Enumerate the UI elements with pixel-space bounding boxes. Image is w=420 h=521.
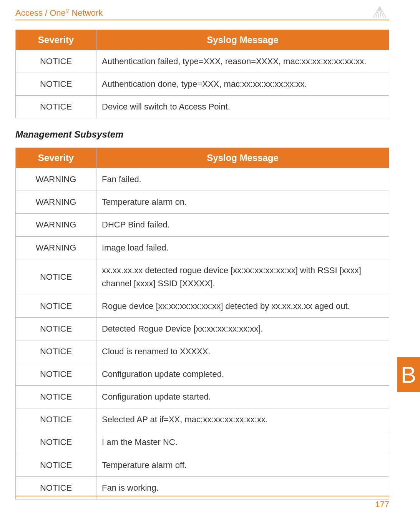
table-row: NOTICEConfiguration update started.	[16, 386, 389, 408]
message-cell: DHCP Bind failed.	[96, 214, 389, 236]
message-cell: Cloud is renamed to XXXXX.	[96, 340, 389, 363]
page-number: 177	[375, 499, 389, 509]
table-row: WARNINGDHCP Bind failed.	[16, 214, 389, 236]
message-cell: Configuration update started.	[96, 386, 389, 408]
table-row: NOTICEDevice will switch to Access Point…	[16, 96, 389, 118]
page-header: Access / One® Network	[15, 5, 389, 20]
severity-cell: NOTICE	[16, 50, 96, 73]
syslog-table-2: Severity Syslog Message WARNINGFan faile…	[15, 148, 389, 499]
severity-cell: NOTICE	[16, 96, 96, 118]
message-cell: I am the Master NC.	[96, 431, 389, 454]
message-cell: Configuration update completed.	[96, 363, 389, 386]
severity-cell: NOTICE	[16, 340, 96, 363]
header-suffix: Network	[69, 8, 103, 18]
table-row: NOTICECloud is renamed to XXXXX.	[16, 340, 389, 363]
table-row: NOTICExx.xx.xx.xx detected rogue device …	[16, 259, 389, 295]
severity-cell: NOTICE	[16, 363, 96, 386]
col-message: Syslog Message	[96, 30, 389, 50]
severity-cell: NOTICE	[16, 317, 96, 340]
header-reg: ®	[66, 8, 70, 14]
col-message: Syslog Message	[96, 148, 389, 168]
table-row: NOTICEAuthentication failed, type=XXX, r…	[16, 50, 389, 73]
table-row: NOTICESelected AP at if=XX, mac:xx:xx:xx…	[16, 408, 389, 431]
table-row: NOTICETemperature alarm off.	[16, 454, 389, 476]
message-cell: Device will switch to Access Point.	[96, 96, 389, 118]
message-cell: Authentication failed, type=XXX, reason=…	[96, 50, 389, 73]
table-row: NOTICEI am the Master NC.	[16, 431, 389, 454]
table-row: NOTICEDetected Rogue Device [xx:xx:xx:xx…	[16, 317, 389, 340]
severity-cell: NOTICE	[16, 454, 96, 476]
table-row: NOTICERogue device [xx:xx:xx:xx:xx:xx] d…	[16, 295, 389, 317]
message-cell: Fan failed.	[96, 168, 389, 191]
table-row: WARNINGImage load failed.	[16, 236, 389, 259]
message-cell: Temperature alarm on.	[96, 191, 389, 214]
severity-cell: NOTICE	[16, 259, 96, 295]
message-cell: Selected AP at if=XX, mac:xx:xx:xx:xx:xx…	[96, 408, 389, 431]
appendix-tab: B	[397, 357, 420, 392]
severity-cell: NOTICE	[16, 386, 96, 408]
section-heading: Management Subsystem	[15, 129, 389, 140]
message-cell: Image load failed.	[96, 236, 389, 259]
table-row: WARNINGFan failed.	[16, 168, 389, 191]
table-row: WARNINGTemperature alarm on.	[16, 191, 389, 214]
message-cell: Detected Rogue Device [xx:xx:xx:xx:xx:xx…	[96, 317, 389, 340]
severity-cell: NOTICE	[16, 431, 96, 454]
signal-icon	[370, 5, 389, 18]
message-cell: xx.xx.xx.xx detected rogue device [xx:xx…	[96, 259, 389, 295]
severity-cell: WARNING	[16, 191, 96, 214]
syslog-table-1: Severity Syslog Message NOTICEAuthentica…	[15, 30, 389, 118]
message-cell: Rogue device [xx:xx:xx:xx:xx:xx] detecte…	[96, 295, 389, 317]
severity-cell: WARNING	[16, 214, 96, 236]
severity-cell: NOTICE	[16, 73, 96, 96]
severity-cell: WARNING	[16, 168, 96, 191]
table-row: NOTICEAuthentication done, type=XXX, mac…	[16, 73, 389, 96]
severity-cell: NOTICE	[16, 295, 96, 317]
col-severity: Severity	[16, 30, 96, 50]
page-footer: 177	[15, 496, 389, 509]
message-cell: Authentication done, type=XXX, mac:xx:xx…	[96, 73, 389, 96]
message-cell: Temperature alarm off.	[96, 454, 389, 476]
severity-cell: NOTICE	[16, 408, 96, 431]
table-row: NOTICEConfiguration update completed.	[16, 363, 389, 386]
header-prefix: Access / One	[15, 8, 66, 18]
col-severity: Severity	[16, 148, 96, 168]
severity-cell: WARNING	[16, 236, 96, 259]
header-title: Access / One® Network	[15, 8, 103, 18]
